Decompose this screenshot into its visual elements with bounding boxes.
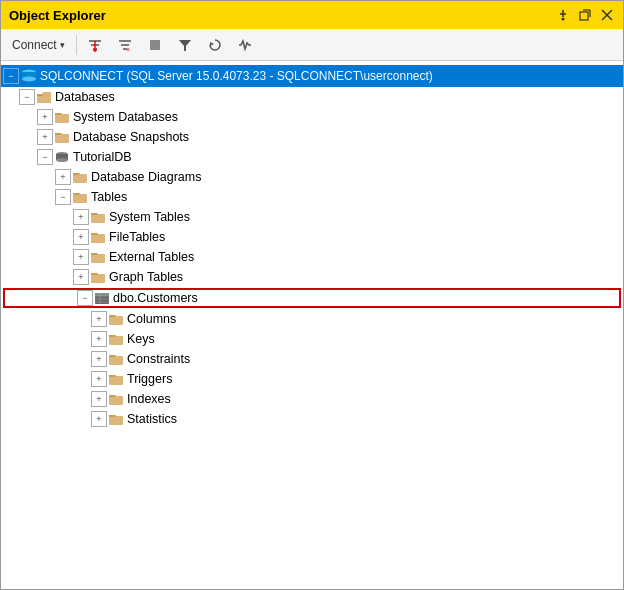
filter-button-2[interactable]: × (111, 33, 139, 57)
svg-rect-24 (37, 94, 43, 96)
stop-button[interactable] (141, 33, 169, 57)
databases-label: Databases (55, 90, 115, 104)
svg-rect-47 (109, 416, 123, 425)
folder-icon-triggers (108, 373, 124, 386)
system-tables-expand[interactable] (73, 209, 89, 225)
filter-button-1[interactable] (81, 33, 109, 57)
tree-item-filetables[interactable]: FileTables (1, 227, 623, 247)
columns-expand[interactable] (91, 311, 107, 327)
svg-rect-30 (73, 174, 87, 183)
filter2-icon (178, 38, 192, 52)
database-diagrams-label: Database Diagrams (91, 170, 201, 184)
connect-button[interactable]: Connect ▾ (5, 33, 72, 57)
tutorialdb-label: TutorialDB (73, 150, 132, 164)
folder-icon-external-tables (90, 251, 106, 264)
folder-icon-graph-tables (90, 271, 106, 284)
tree-item-dbo-customers[interactable]: dbo.Customers (3, 288, 621, 308)
svg-rect-33 (91, 234, 105, 243)
constraints-expand[interactable] (91, 351, 107, 367)
database-diagrams-expand[interactable] (55, 169, 71, 185)
system-databases-label: System Databases (73, 110, 178, 124)
folder-icon-database-diagrams (72, 171, 88, 184)
keys-label: Keys (127, 332, 155, 346)
svg-rect-35 (91, 274, 105, 283)
svg-rect-25 (55, 114, 69, 123)
svg-rect-23 (37, 95, 51, 103)
database-snapshots-expand[interactable] (37, 129, 53, 145)
tree-item-system-databases[interactable]: System Databases (1, 107, 623, 127)
connection-root[interactable]: SQLCONNECT (SQL Server 15.0.4073.23 - SQ… (1, 65, 623, 87)
dbo-customers-expand[interactable] (77, 290, 93, 306)
activity-icon (238, 38, 252, 52)
statistics-label: Statistics (127, 412, 177, 426)
database-icon (21, 69, 37, 83)
tree-item-tables[interactable]: Tables (1, 187, 623, 207)
constraints-label: Constraints (127, 352, 190, 366)
database-snapshots-label: Database Snapshots (73, 130, 189, 144)
databases-expand[interactable] (19, 89, 35, 105)
folder-icon-indexes (108, 393, 124, 406)
toolbar-separator-1 (76, 35, 77, 55)
filter-icon (88, 38, 102, 52)
connection-expand[interactable] (3, 68, 19, 84)
folder-icon-statistics (108, 413, 124, 426)
title-bar: Object Explorer (1, 1, 623, 29)
tree-item-statistics[interactable]: Statistics (1, 409, 623, 429)
svg-rect-32 (91, 214, 105, 223)
folder-icon-system-tables (90, 211, 106, 224)
close-button[interactable] (599, 7, 615, 23)
graph-tables-expand[interactable] (73, 269, 89, 285)
external-tables-expand[interactable] (73, 249, 89, 265)
svg-point-22 (22, 77, 36, 82)
folder-icon-columns (108, 313, 124, 326)
tree-item-keys[interactable]: Keys (1, 329, 623, 349)
svg-rect-3 (580, 12, 588, 20)
filter-settings-icon: × (118, 38, 132, 52)
tree-item-triggers[interactable]: Triggers (1, 369, 623, 389)
filetables-expand[interactable] (73, 229, 89, 245)
statistics-expand[interactable] (91, 411, 107, 427)
tree-item-tutorialdb[interactable]: TutorialDB (1, 147, 623, 167)
triggers-label: Triggers (127, 372, 172, 386)
tree-item-columns[interactable]: Columns (1, 309, 623, 329)
tree-item-system-tables[interactable]: System Tables (1, 207, 623, 227)
tree-item-graph-tables[interactable]: Graph Tables (1, 267, 623, 287)
tree-item-database-diagrams[interactable]: Database Diagrams (1, 167, 623, 187)
tutorialdb-icon (54, 151, 70, 164)
tree-item-databases[interactable]: Databases (1, 87, 623, 107)
dbo-customers-label: dbo.Customers (113, 291, 198, 305)
svg-marker-19 (210, 42, 214, 46)
folder-icon-system-databases (54, 111, 70, 124)
tables-expand[interactable] (55, 189, 71, 205)
refresh-button[interactable] (201, 33, 229, 57)
tree-container[interactable]: SQLCONNECT (SQL Server 15.0.4073.23 - SQ… (1, 61, 623, 589)
svg-rect-37 (95, 293, 109, 296)
svg-marker-18 (179, 40, 191, 51)
keys-expand[interactable] (91, 331, 107, 347)
folder-icon-database-snapshots (54, 131, 70, 144)
tree-item-database-snapshots[interactable]: Database Snapshots (1, 127, 623, 147)
svg-rect-31 (73, 194, 87, 203)
tree-item-external-tables[interactable]: External Tables (1, 247, 623, 267)
pin-button[interactable] (555, 7, 571, 23)
svg-rect-43 (109, 336, 123, 345)
svg-rect-34 (91, 254, 105, 263)
tree-item-constraints[interactable]: Constraints (1, 349, 623, 369)
system-databases-expand[interactable] (37, 109, 53, 125)
columns-label: Columns (127, 312, 176, 326)
activity-button[interactable] (231, 33, 259, 57)
triggers-expand[interactable] (91, 371, 107, 387)
tree-item-indexes[interactable]: Indexes (1, 389, 623, 409)
graph-tables-label: Graph Tables (109, 270, 183, 284)
indexes-expand[interactable] (91, 391, 107, 407)
folder-icon-databases (36, 91, 52, 104)
window-title: Object Explorer (9, 8, 106, 23)
filter-button-3[interactable] (171, 33, 199, 57)
float-button[interactable] (577, 7, 593, 23)
svg-rect-45 (109, 376, 123, 385)
system-tables-label: System Tables (109, 210, 190, 224)
stop-icon (148, 38, 162, 52)
svg-text:×: × (126, 46, 130, 52)
tutorialdb-expand[interactable] (37, 149, 53, 165)
object-explorer-window: Object Explorer Connect ▾ (0, 0, 624, 590)
